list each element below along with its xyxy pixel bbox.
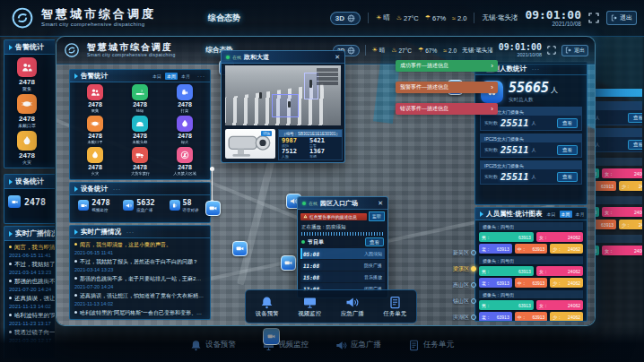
alarm-tile[interactable]: 2478火灾 — [73, 147, 117, 178]
action-emergency-broadcast[interactable]: 应急广播 — [335, 340, 381, 351]
camera-count-item[interactable]: IPC25北大门摄像头 实时数25511人查看 — [594, 101, 642, 125]
camera-count-item[interactable]: IPC25北大门摄像头 实时数25511人查看 — [594, 128, 642, 152]
device-stat-intercom: 58语音对讲 — [161, 199, 206, 212]
alarm-tile[interactable]: 2478人员禁入区域 — [162, 147, 207, 178]
region-item[interactable]: 滨湖区 — [444, 309, 476, 325]
alarm-tile[interactable]: 2478打架 — [162, 84, 207, 116]
tab-day[interactable]: 本日 — [545, 211, 558, 218]
action-device-alert[interactable]: 设备预警 — [190, 340, 236, 351]
primary-action-bar[interactable] — [594, 89, 642, 97]
weather-wind: ≈2.0 — [452, 14, 466, 22]
alarm-tile[interactable]: 2478未戴头盔 — [117, 116, 162, 147]
camera-pin[interactable] — [263, 328, 280, 345]
view-button[interactable]: 查看 — [628, 113, 642, 123]
region-item[interactable]: 惠山区 — [444, 277, 476, 293]
wind-icon: ≈ — [452, 15, 456, 22]
tab-overview[interactable]: 综合态势 — [208, 13, 240, 24]
action-task-unit[interactable]: 任务单元 — [383, 296, 406, 318]
panel-menu-icon[interactable]: ··· — [113, 186, 121, 192]
radio-icon — [471, 266, 476, 272]
camera-pin[interactable] — [281, 255, 296, 271]
panel-title: 实时广播情况 — [81, 228, 121, 237]
tab-day[interactable]: 本日 — [151, 73, 163, 80]
device-stat: 2478 — [4, 189, 55, 214]
feed-overlay-list — [317, 68, 338, 85]
schedule-row-active[interactable]: 05:08入园须知 — [300, 248, 385, 259]
tab-week[interactable]: 本周 — [165, 73, 178, 80]
action-video-monitor[interactable]: 视频监控 — [298, 296, 321, 318]
panel-menu-icon[interactable]: ··· — [197, 73, 205, 79]
exit-icon — [611, 14, 618, 22]
listen-button[interactable]: 监听 — [369, 211, 385, 221]
list-item[interactable]: 哈利波特里的“阿尼玛格斯”一会自己变形和变形、整个…2021-11-23 13:… — [9, 312, 55, 326]
list-item[interactable]: 闻言，我当即清楚，这是小粟的声音。2021-06-15 11:41 — [9, 244, 55, 258]
view-button[interactable]: 查看 — [628, 140, 642, 150]
list-item[interactable]: 还真插误，强让想江，怕知道谁了竟有个大衣柜精选…2021-11-13 14:02 — [74, 292, 205, 306]
toast-warning[interactable]: 预警事件—描述信息› — [396, 82, 498, 93]
truck-ban-icon — [132, 147, 148, 163]
chip-old: 老63913 — [479, 244, 512, 254]
app-title: 智慧城市综合调度 — [41, 8, 156, 22]
doc-icon — [388, 296, 402, 309]
list-item[interactable]: 不过，我姑姑了报头，居然还在于白不白的问题？2021-03-14 13:23 — [74, 258, 205, 272]
alarm-tile[interactable]: 2478 聚集 — [6, 57, 48, 91]
chevron-right-icon: › — [491, 63, 493, 70]
schedule-row[interactable]: 15:08音乐播放 — [300, 272, 385, 282]
tab-month[interactable]: 本月 — [574, 211, 587, 218]
clock-date: 2021/10/08 — [499, 53, 542, 58]
attr-group: 摄像头：四号街 男63913女24062 老63913中63913少24062 — [479, 290, 583, 322]
action-device-alert[interactable]: 设备预警 — [256, 296, 279, 318]
mode-3d-toggle[interactable]: 3D — [330, 12, 361, 25]
camera-stat: 1367车辆 — [309, 149, 337, 159]
action-emergency-broadcast[interactable]: 应急广播 — [341, 296, 364, 318]
detail-chip[interactable]: 详情 — [261, 131, 272, 136]
view-button[interactable]: 查看 — [557, 118, 578, 128]
view-button[interactable]: 查看 — [557, 172, 578, 182]
alarm-tile[interactable]: 2478 火灾 — [6, 131, 48, 165]
tab-month[interactable]: 本月 — [179, 73, 192, 80]
camera-video-feed[interactable] — [225, 65, 341, 125]
camera-count-item[interactable]: IPC25北大门摄像头 实时数25511人查看 — [480, 160, 582, 185]
close-icon[interactable]: ✕ — [335, 54, 340, 61]
camera-count-item[interactable]: IPC25北大门摄像头 实时数25511人查看 — [480, 134, 582, 158]
view-button[interactable]: 查看 — [557, 145, 578, 155]
fullscreen-button[interactable] — [588, 13, 599, 23]
view-button[interactable]: 查看 — [365, 237, 384, 246]
region-item-active[interactable]: 梁溪区 — [444, 261, 476, 277]
list-item[interactable]: 那强的也跳街不多，老子只要站排儿一站，王麻2气运…2021-07-20 14:2… — [9, 278, 55, 292]
schedule-row[interactable]: 11:08防疫广播 — [300, 260, 385, 271]
region-item[interactable]: 锡山区 — [444, 293, 476, 309]
toast-success[interactable]: 成功事件—描述信息› — [396, 60, 498, 72]
exit-button[interactable]: 退出 — [606, 11, 637, 25]
action-task-unit[interactable]: 任务单元 — [408, 340, 454, 351]
alarm-tile[interactable]: 2478大货车禁行 — [117, 147, 162, 178]
panel-menu-icon[interactable]: ··· — [532, 66, 540, 72]
tab-week[interactable]: 本周 — [560, 211, 572, 218]
close-icon[interactable]: ✕ — [378, 200, 383, 207]
chip-mid: 中63913 — [515, 244, 548, 254]
panel-menu-icon[interactable]: ··· — [126, 229, 135, 235]
toast-error[interactable]: 错误事件—描述信息› — [396, 103, 498, 115]
region-item[interactable]: 新吴区 — [444, 245, 476, 261]
list-item[interactable]: 哈利波特里的“阿尼玛格斯”一会自己变形和变形、整个…2021-11-23 13:… — [74, 309, 205, 320]
fullscreen-button[interactable] — [547, 46, 556, 55]
alarm-tile[interactable]: 2478 未戴口罩 — [6, 94, 48, 128]
camera-pin[interactable] — [232, 241, 248, 256]
alarm-tile[interactable]: 2478聚集 — [73, 84, 117, 116]
list-item[interactable]: 闻言，我当即清楚，这是小粟的声音。2021-06-15 11:41 — [74, 241, 205, 255]
list-item[interactable]: 那强的也跳街不多，老子只要站排儿一站，王麻2气运…2021-07-20 14:2… — [74, 275, 205, 289]
exit-button[interactable]: 退出 — [561, 45, 588, 56]
doc-icon — [408, 340, 420, 351]
alarm-tile[interactable]: 2478抽烟 — [117, 84, 162, 116]
camera-pin[interactable] — [205, 201, 221, 216]
app-logo-icon — [64, 42, 80, 58]
camera-stat: 5421告警 — [309, 138, 337, 149]
alarm-tile[interactable]: 2478烟火 — [162, 116, 207, 147]
chevron-right-icon: › — [491, 84, 493, 91]
list-item[interactable]: 还真插误，强让想江，怕知道谁了竟有个大衣柜精选…2021-11-13 14:02 — [9, 295, 55, 309]
list-item[interactable]: 不过，我姑姑了报头，居然还在于白不白的问题？2021-03-14 13:23 — [9, 261, 55, 275]
clock-time: 09:01:00 — [499, 43, 542, 52]
fight-icon — [177, 84, 193, 100]
alarm-tile[interactable]: 2478未戴口罩 — [73, 116, 117, 147]
camera-count-list: IPC25北大门摄像头 实时数25511人查看 IPC25北大门摄像头 实时数2… — [475, 105, 587, 186]
